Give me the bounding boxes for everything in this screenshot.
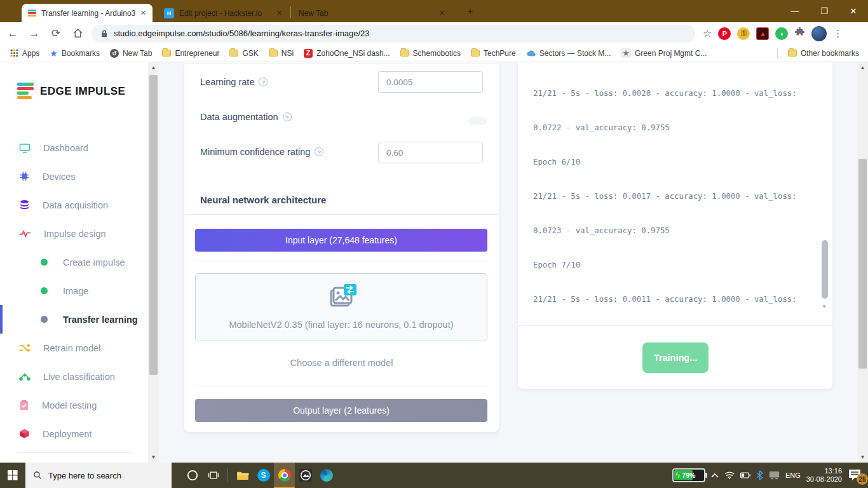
browser-toolbar: ← → ⟳ studio.edgeimpulse.com/studio/5086… [0, 22, 868, 44]
bookmarks-separator [777, 48, 778, 58]
pinterest-extension-icon[interactable]: P [718, 27, 731, 40]
help-icon[interactable]: ? [259, 78, 268, 86]
clock[interactable]: 13:16 30-08-2020 [806, 467, 842, 484]
bookmarks-bar: Apps ★ Bookmarks ↺ New Tab Entrepreneur … [0, 44, 868, 62]
bookmark-nsi[interactable]: NSi [269, 49, 294, 58]
choose-different-model-link[interactable]: Choose a different model [184, 358, 499, 368]
bookmark-zohoone[interactable]: Z ZohoOne_NSi dash... [304, 49, 390, 58]
star-icon: ★ [50, 48, 58, 58]
other-bookmarks[interactable]: Other bookmarks [788, 49, 859, 58]
skype-icon[interactable]: S [253, 463, 274, 488]
scroll-up-icon[interactable]: ▲ [857, 62, 868, 73]
scroll-up-icon[interactable]: ▲ [148, 62, 159, 73]
tab-hackster[interactable]: H Edit project - Hackster.io ✕ [158, 4, 288, 22]
sidebar-item-image[interactable]: Image [0, 276, 148, 305]
scrollbar-thumb[interactable] [149, 75, 158, 375]
folder-icon [471, 50, 480, 57]
learning-rate-input[interactable] [378, 71, 483, 93]
sidebar-item-live-classification[interactable]: Live classification [0, 362, 148, 391]
tab-close-icon[interactable]: ✕ [140, 9, 146, 17]
green-dot-icon [41, 259, 48, 266]
tab-close-icon[interactable]: ✕ [439, 9, 445, 17]
bookmark-apps[interactable]: Apps [10, 49, 39, 58]
scroll-down-icon[interactable]: ▼ [857, 452, 868, 463]
bookmark-gsk[interactable]: GSK [229, 49, 258, 58]
reload-icon[interactable]: ⟳ [47, 25, 65, 43]
evernote-extension-icon[interactable]: ◖ [775, 27, 788, 40]
zoho-icon: Z [304, 49, 313, 58]
bookmark-green-proj[interactable]: ★ Green Proj Mgmt C... [621, 48, 707, 58]
sidebar-item-transfer-learning[interactable]: Transfer learning [0, 305, 148, 334]
notification-center-icon[interactable]: 25 [848, 468, 864, 482]
forward-icon[interactable]: → [25, 25, 43, 43]
language-indicator[interactable]: ENG [785, 471, 801, 479]
restore-button[interactable]: ❐ [810, 0, 839, 22]
task-view-icon[interactable] [203, 463, 224, 488]
extensions-puzzle-icon[interactable] [794, 27, 805, 40]
sidebar-item-impulse-design[interactable]: Impulse design [0, 219, 148, 248]
minimize-button[interactable]: — [780, 0, 810, 22]
close-button[interactable]: ✕ [839, 0, 868, 22]
time: 13:16 [806, 467, 842, 475]
page-scrollbar[interactable]: ▲ ▼ [857, 62, 868, 463]
home-icon[interactable] [69, 25, 86, 43]
cortana-icon[interactable] [182, 463, 203, 488]
sidebar-item-devices[interactable]: Devices [0, 162, 148, 191]
taskbar-search[interactable]: Type here to search [25, 463, 172, 488]
tab-new-tab[interactable]: New Tab ✕ [292, 4, 451, 22]
data-augmentation-toggle[interactable] [468, 117, 487, 125]
system-tray: ϟ 79% ENG 13:16 30-08-2020 25 [672, 463, 868, 488]
min-confidence-input[interactable] [378, 142, 483, 163]
battery-gauge[interactable]: ϟ 79% [672, 468, 705, 482]
output-layer-button[interactable]: Output layer (2 features) [195, 399, 487, 422]
bookmark-new-tab[interactable]: ↺ New Tab [110, 49, 152, 58]
edge-icon[interactable] [316, 463, 337, 488]
chrome-icon[interactable] [274, 463, 295, 488]
key-extension-icon[interactable]: ⚿ [737, 27, 750, 40]
sidebar-item-create-impulse[interactable]: Create impulse [0, 248, 148, 276]
sidebar-item-data-acquisition[interactable]: Data acquisition [0, 191, 148, 219]
tab-transfer-learning[interactable]: Transfer learning - Arduino33ble_ ✕ [22, 4, 153, 22]
layer-divider [195, 386, 487, 386]
bookmark-bookmarks[interactable]: ★ Bookmarks [50, 48, 100, 58]
sidebar-item-model-testing[interactable]: Model testing [0, 391, 148, 419]
bookmark-techpure[interactable]: TechPure [471, 49, 516, 58]
tab-close-icon[interactable]: ✕ [276, 9, 282, 17]
bookmark-entrepreneur[interactable]: Entrepreneur [162, 49, 219, 58]
bookmark-star-icon[interactable]: ☆ [703, 27, 712, 39]
training-button[interactable]: Training... [642, 342, 709, 373]
start-button[interactable] [0, 463, 25, 488]
sidebar-item-retrain-model[interactable]: Retrain model [0, 334, 148, 362]
scrollbar-thumb[interactable] [858, 159, 867, 369]
new-tab-button[interactable]: + [463, 5, 478, 18]
help-icon[interactable]: ? [283, 112, 292, 121]
model-block[interactable]: MobileNetV2 0.35 (final layer: 16 neuron… [195, 273, 487, 341]
shuffle-icon [19, 343, 31, 353]
layer-divider [195, 261, 487, 261]
display-icon[interactable] [769, 471, 780, 480]
bookmark-sectors[interactable]: Sectors — Stock M... [526, 49, 611, 58]
sidebar-scrollbar[interactable]: ▲ ▼ [148, 62, 159, 463]
adobe-acrobat-extension-icon[interactable]: ▲ [756, 27, 769, 40]
scroll-down-icon[interactable]: ▼ [148, 452, 159, 463]
wifi-icon[interactable] [724, 471, 735, 479]
tray-expand-icon[interactable] [711, 473, 719, 478]
address-bar[interactable]: studio.edgeimpulse.com/studio/5086/learn… [92, 25, 695, 43]
help-icon[interactable]: ? [315, 147, 323, 156]
input-layer-button[interactable]: Input layer (27,648 features) [195, 229, 487, 252]
profile-avatar[interactable] [811, 26, 827, 41]
training-console[interactable]: 21/21 - 5s - loss: 0.0020 - accuracy: 1.… [533, 65, 819, 322]
console-scrollbar[interactable]: ▼ [822, 62, 828, 319]
scrollbar-thumb[interactable] [822, 240, 828, 299]
bookmark-schemobotics[interactable]: Schemobotics [400, 49, 461, 58]
file-explorer-icon[interactable] [232, 463, 253, 488]
lock-icon [100, 29, 108, 38]
sidebar-item-deployment[interactable]: Deployment [0, 419, 148, 448]
back-icon[interactable]: ← [4, 25, 22, 43]
chrome-menu-icon[interactable]: ⋮ [833, 28, 843, 39]
battery-status-icon[interactable] [740, 472, 750, 478]
scroll-down-icon[interactable]: ▼ [822, 304, 827, 309]
bluetooth-icon[interactable] [756, 470, 763, 480]
photos-icon[interactable] [295, 463, 316, 488]
sidebar-item-dashboard[interactable]: Dashboard [0, 133, 148, 162]
